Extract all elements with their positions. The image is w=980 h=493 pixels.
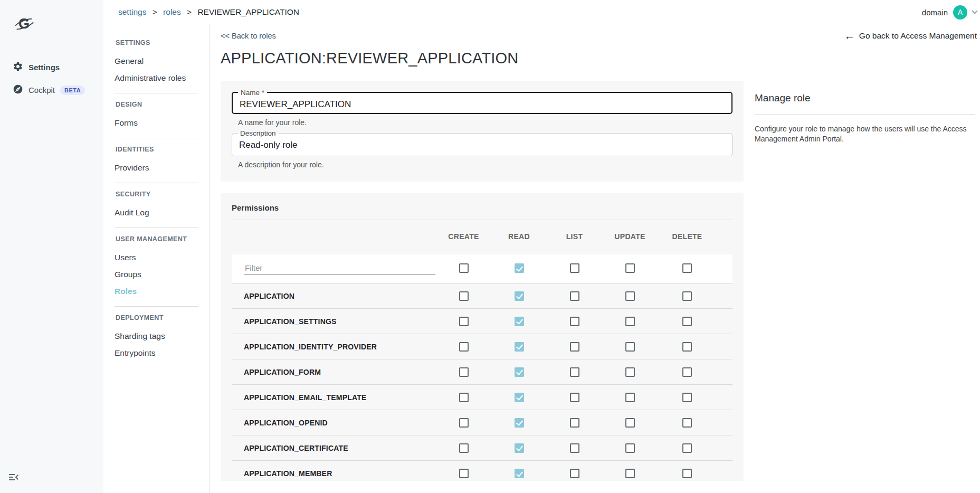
- checkbox-filter-create[interactable]: [459, 263, 469, 273]
- sidebar-item-groups[interactable]: Groups: [115, 266, 210, 283]
- breadcrumb-separator: >: [187, 7, 192, 16]
- checkbox-cell: [491, 393, 547, 402]
- nav-item-settings[interactable]: Settings: [0, 56, 103, 79]
- checkbox-application-settings-delete[interactable]: [682, 317, 692, 326]
- column-header-update: UPDATE: [602, 232, 658, 241]
- checkbox-application-settings-list[interactable]: [570, 317, 579, 326]
- checkbox-application-openid-update[interactable]: [625, 418, 635, 428]
- sidebar-item-entrypoints[interactable]: Entrypoints: [115, 345, 210, 362]
- checkbox-application-delete[interactable]: [682, 291, 692, 301]
- checkbox-cell: [658, 263, 717, 273]
- checkbox-application-identity-provider-list[interactable]: [570, 342, 579, 352]
- checkbox-application-member-update[interactable]: [625, 469, 635, 478]
- table-row-application-form: APPLICATION_FORM: [232, 359, 732, 385]
- checkbox-application-member-delete[interactable]: [682, 469, 692, 478]
- sidebar-item-providers[interactable]: Providers: [115, 159, 210, 176]
- sidebar-item-sharding-tags[interactable]: Sharding tags: [115, 328, 210, 345]
- secondary-sidebar: SETTINGSGeneralAdministrative rolesDESIG…: [103, 24, 210, 493]
- checkbox-application-email-template-update[interactable]: [625, 393, 635, 402]
- checkbox-application-certificate-read[interactable]: [515, 443, 524, 453]
- checkbox-cell: [658, 291, 717, 301]
- checkbox-application-certificate-list[interactable]: [570, 443, 579, 453]
- checkbox-application-certificate-update[interactable]: [625, 443, 635, 453]
- checkbox-application-openid-read[interactable]: [515, 418, 524, 428]
- row-label-application-settings: APPLICATION_SETTINGS: [232, 317, 436, 326]
- checkbox-application-create[interactable]: [459, 291, 469, 301]
- checkbox-application-form-create[interactable]: [459, 367, 469, 377]
- checkbox-application-certificate-create[interactable]: [459, 443, 469, 453]
- breadcrumb-roles[interactable]: roles: [163, 7, 181, 16]
- section-header-user-management: USER MANAGEMENT: [116, 235, 210, 243]
- column-header-list: LIST: [547, 232, 602, 241]
- checkbox-filter-read[interactable]: [515, 263, 524, 273]
- checkbox-application-member-list[interactable]: [570, 469, 579, 478]
- brand-logo[interactable]: G: [0, 0, 103, 41]
- table-row-application-openid: APPLICATION_OPENID: [232, 410, 732, 435]
- checkbox-application-settings-update[interactable]: [625, 317, 635, 326]
- checkbox-application-openid-create[interactable]: [459, 418, 469, 428]
- domain-label: domain: [922, 8, 948, 17]
- checkbox-application-identity-provider-read[interactable]: [515, 342, 524, 352]
- checkbox-filter-list[interactable]: [570, 263, 579, 273]
- checkbox-application-form-update[interactable]: [625, 367, 635, 377]
- checkbox-cell: [436, 393, 491, 402]
- sidebar-item-general[interactable]: General: [115, 53, 210, 70]
- checkbox-cell: [547, 291, 602, 301]
- avatar[interactable]: A: [953, 5, 967, 20]
- filter-input[interactable]: [244, 261, 435, 275]
- checkbox-application-email-template-read[interactable]: [515, 393, 524, 402]
- collapse-sidebar-button[interactable]: [0, 471, 103, 493]
- checkbox-cell: [658, 393, 717, 402]
- checkbox-cell: [491, 469, 547, 478]
- checkbox-filter-delete[interactable]: [682, 263, 692, 273]
- checkbox-application-member-create[interactable]: [459, 469, 469, 478]
- checkbox-cell: [547, 367, 602, 377]
- checkbox-application-update[interactable]: [625, 291, 635, 301]
- divider: [755, 114, 975, 115]
- section-header-deployment: DEPLOYMENT: [116, 314, 210, 321]
- checkbox-filter-update[interactable]: [625, 263, 635, 273]
- role-form-card: Name * A name for your role. Description…: [221, 81, 744, 182]
- permissions-title: Permissions: [232, 203, 732, 220]
- checkbox-application-settings-create[interactable]: [459, 317, 469, 326]
- checkbox-application-identity-provider-create[interactable]: [459, 342, 469, 352]
- chevron-down-icon[interactable]: [972, 8, 977, 14]
- checkbox-application-form-list[interactable]: [570, 367, 579, 377]
- sidebar-section-design: DESIGNForms: [115, 101, 210, 138]
- checkbox-application-openid-delete[interactable]: [682, 418, 692, 428]
- nav-item-cockpit[interactable]: Cockpit BETA: [0, 79, 103, 101]
- sidebar-item-users[interactable]: Users: [115, 249, 210, 266]
- name-input[interactable]: [233, 93, 731, 115]
- checkbox-application-list[interactable]: [570, 291, 579, 301]
- checkbox-application-settings-read[interactable]: [515, 317, 524, 326]
- go-back-access-management-link[interactable]: ← Go back to Access Management: [844, 31, 978, 41]
- checkbox-application-form-read[interactable]: [515, 367, 524, 377]
- checkbox-application-email-template-list[interactable]: [570, 393, 579, 402]
- description-input[interactable]: [232, 134, 732, 156]
- checkbox-cell: [491, 317, 547, 326]
- row-label-application-form: APPLICATION_FORM: [232, 368, 436, 376]
- checkbox-cell: [491, 443, 547, 453]
- checkbox-application-identity-provider-update[interactable]: [625, 342, 635, 352]
- page-title: APPLICATION:REVIEWER_APPLICATION: [221, 50, 744, 67]
- back-to-roles-link[interactable]: << Back to roles: [221, 32, 744, 40]
- checkbox-cell: [602, 393, 658, 402]
- sidebar-item-audit-log[interactable]: Audit Log: [115, 204, 210, 221]
- sidebar-item-roles[interactable]: Roles: [115, 283, 210, 300]
- checkbox-application-form-delete[interactable]: [682, 367, 692, 377]
- checkbox-application-member-read[interactable]: [515, 469, 524, 478]
- checkbox-application-identity-provider-delete[interactable]: [682, 342, 692, 352]
- column-header-create: CREATE: [436, 232, 491, 241]
- checkbox-application-email-template-create[interactable]: [459, 393, 469, 402]
- row-label-application: APPLICATION: [232, 292, 436, 300]
- name-field-label: Name *: [238, 88, 267, 97]
- breadcrumb-settings[interactable]: settings: [118, 7, 146, 16]
- checkbox-application-certificate-delete[interactable]: [682, 443, 692, 453]
- checkbox-application-read[interactable]: [515, 291, 524, 301]
- sidebar-item-administrative-roles[interactable]: Administrative roles: [115, 70, 210, 87]
- permissions-card: Permissions CREATEREADLISTUPDATEDELETE A…: [221, 193, 744, 481]
- checkbox-application-email-template-delete[interactable]: [682, 393, 692, 402]
- checkbox-application-openid-list[interactable]: [570, 418, 579, 428]
- sidebar-item-forms[interactable]: Forms: [115, 115, 210, 131]
- sidebar-section-identities: IDENTITIESProviders: [115, 146, 210, 183]
